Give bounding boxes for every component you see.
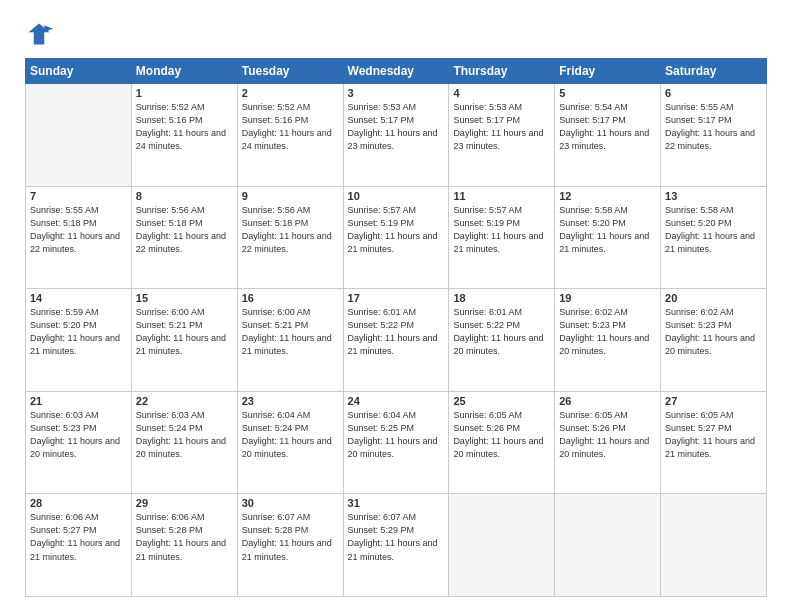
day-detail: Sunrise: 5:52 AM Sunset: 5:16 PM Dayligh… bbox=[136, 101, 233, 153]
day-number: 13 bbox=[665, 190, 762, 202]
calendar-cell: 11Sunrise: 5:57 AM Sunset: 5:19 PM Dayli… bbox=[449, 186, 555, 289]
day-number: 6 bbox=[665, 87, 762, 99]
day-detail: Sunrise: 6:00 AM Sunset: 5:21 PM Dayligh… bbox=[136, 306, 233, 358]
day-number: 19 bbox=[559, 292, 656, 304]
day-number: 11 bbox=[453, 190, 550, 202]
day-detail: Sunrise: 6:06 AM Sunset: 5:28 PM Dayligh… bbox=[136, 511, 233, 563]
weekday-header-sunday: Sunday bbox=[26, 59, 132, 84]
day-number: 8 bbox=[136, 190, 233, 202]
calendar-cell: 23Sunrise: 6:04 AM Sunset: 5:24 PM Dayli… bbox=[237, 391, 343, 494]
calendar-cell: 16Sunrise: 6:00 AM Sunset: 5:21 PM Dayli… bbox=[237, 289, 343, 392]
calendar-cell: 9Sunrise: 5:56 AM Sunset: 5:18 PM Daylig… bbox=[237, 186, 343, 289]
calendar-cell: 14Sunrise: 5:59 AM Sunset: 5:20 PM Dayli… bbox=[26, 289, 132, 392]
calendar-cell: 12Sunrise: 5:58 AM Sunset: 5:20 PM Dayli… bbox=[555, 186, 661, 289]
calendar-cell: 19Sunrise: 6:02 AM Sunset: 5:23 PM Dayli… bbox=[555, 289, 661, 392]
day-detail: Sunrise: 6:05 AM Sunset: 5:26 PM Dayligh… bbox=[559, 409, 656, 461]
day-detail: Sunrise: 5:53 AM Sunset: 5:17 PM Dayligh… bbox=[348, 101, 445, 153]
day-number: 5 bbox=[559, 87, 656, 99]
day-detail: Sunrise: 6:05 AM Sunset: 5:27 PM Dayligh… bbox=[665, 409, 762, 461]
day-number: 14 bbox=[30, 292, 127, 304]
day-detail: Sunrise: 6:03 AM Sunset: 5:24 PM Dayligh… bbox=[136, 409, 233, 461]
weekday-header-row: SundayMondayTuesdayWednesdayThursdayFrid… bbox=[26, 59, 767, 84]
calendar-cell: 30Sunrise: 6:07 AM Sunset: 5:28 PM Dayli… bbox=[237, 494, 343, 597]
calendar-week-5: 28Sunrise: 6:06 AM Sunset: 5:27 PM Dayli… bbox=[26, 494, 767, 597]
calendar-cell: 28Sunrise: 6:06 AM Sunset: 5:27 PM Dayli… bbox=[26, 494, 132, 597]
day-number: 25 bbox=[453, 395, 550, 407]
day-number: 26 bbox=[559, 395, 656, 407]
calendar-cell: 15Sunrise: 6:00 AM Sunset: 5:21 PM Dayli… bbox=[131, 289, 237, 392]
logo-icon bbox=[25, 20, 53, 48]
day-detail: Sunrise: 5:56 AM Sunset: 5:18 PM Dayligh… bbox=[242, 204, 339, 256]
calendar-cell: 22Sunrise: 6:03 AM Sunset: 5:24 PM Dayli… bbox=[131, 391, 237, 494]
page: SundayMondayTuesdayWednesdayThursdayFrid… bbox=[0, 0, 792, 612]
calendar-week-1: 1Sunrise: 5:52 AM Sunset: 5:16 PM Daylig… bbox=[26, 84, 767, 187]
day-detail: Sunrise: 6:07 AM Sunset: 5:29 PM Dayligh… bbox=[348, 511, 445, 563]
day-number: 30 bbox=[242, 497, 339, 509]
day-detail: Sunrise: 5:59 AM Sunset: 5:20 PM Dayligh… bbox=[30, 306, 127, 358]
calendar-cell: 2Sunrise: 5:52 AM Sunset: 5:16 PM Daylig… bbox=[237, 84, 343, 187]
calendar-cell: 4Sunrise: 5:53 AM Sunset: 5:17 PM Daylig… bbox=[449, 84, 555, 187]
weekday-header-friday: Friday bbox=[555, 59, 661, 84]
day-number: 27 bbox=[665, 395, 762, 407]
day-number: 15 bbox=[136, 292, 233, 304]
day-number: 31 bbox=[348, 497, 445, 509]
calendar-cell: 8Sunrise: 5:56 AM Sunset: 5:18 PM Daylig… bbox=[131, 186, 237, 289]
day-detail: Sunrise: 6:04 AM Sunset: 5:24 PM Dayligh… bbox=[242, 409, 339, 461]
logo bbox=[25, 20, 57, 48]
weekday-header-thursday: Thursday bbox=[449, 59, 555, 84]
day-number: 12 bbox=[559, 190, 656, 202]
day-number: 23 bbox=[242, 395, 339, 407]
day-number: 17 bbox=[348, 292, 445, 304]
day-number: 20 bbox=[665, 292, 762, 304]
day-number: 29 bbox=[136, 497, 233, 509]
calendar-cell: 7Sunrise: 5:55 AM Sunset: 5:18 PM Daylig… bbox=[26, 186, 132, 289]
calendar-week-4: 21Sunrise: 6:03 AM Sunset: 5:23 PM Dayli… bbox=[26, 391, 767, 494]
calendar-cell: 31Sunrise: 6:07 AM Sunset: 5:29 PM Dayli… bbox=[343, 494, 449, 597]
calendar-cell bbox=[661, 494, 767, 597]
calendar-week-2: 7Sunrise: 5:55 AM Sunset: 5:18 PM Daylig… bbox=[26, 186, 767, 289]
day-detail: Sunrise: 5:53 AM Sunset: 5:17 PM Dayligh… bbox=[453, 101, 550, 153]
day-detail: Sunrise: 5:55 AM Sunset: 5:18 PM Dayligh… bbox=[30, 204, 127, 256]
day-detail: Sunrise: 5:57 AM Sunset: 5:19 PM Dayligh… bbox=[348, 204, 445, 256]
calendar-cell: 3Sunrise: 5:53 AM Sunset: 5:17 PM Daylig… bbox=[343, 84, 449, 187]
weekday-header-tuesday: Tuesday bbox=[237, 59, 343, 84]
svg-marker-2 bbox=[44, 25, 53, 32]
calendar-cell bbox=[26, 84, 132, 187]
calendar-cell: 5Sunrise: 5:54 AM Sunset: 5:17 PM Daylig… bbox=[555, 84, 661, 187]
day-number: 21 bbox=[30, 395, 127, 407]
day-detail: Sunrise: 6:01 AM Sunset: 5:22 PM Dayligh… bbox=[453, 306, 550, 358]
day-detail: Sunrise: 5:58 AM Sunset: 5:20 PM Dayligh… bbox=[665, 204, 762, 256]
day-detail: Sunrise: 6:02 AM Sunset: 5:23 PM Dayligh… bbox=[559, 306, 656, 358]
weekday-header-wednesday: Wednesday bbox=[343, 59, 449, 84]
day-detail: Sunrise: 5:56 AM Sunset: 5:18 PM Dayligh… bbox=[136, 204, 233, 256]
day-detail: Sunrise: 6:07 AM Sunset: 5:28 PM Dayligh… bbox=[242, 511, 339, 563]
calendar-cell: 13Sunrise: 5:58 AM Sunset: 5:20 PM Dayli… bbox=[661, 186, 767, 289]
day-number: 4 bbox=[453, 87, 550, 99]
calendar-cell: 21Sunrise: 6:03 AM Sunset: 5:23 PM Dayli… bbox=[26, 391, 132, 494]
day-detail: Sunrise: 6:01 AM Sunset: 5:22 PM Dayligh… bbox=[348, 306, 445, 358]
day-detail: Sunrise: 5:58 AM Sunset: 5:20 PM Dayligh… bbox=[559, 204, 656, 256]
calendar-cell: 25Sunrise: 6:05 AM Sunset: 5:26 PM Dayli… bbox=[449, 391, 555, 494]
weekday-header-monday: Monday bbox=[131, 59, 237, 84]
calendar-cell: 27Sunrise: 6:05 AM Sunset: 5:27 PM Dayli… bbox=[661, 391, 767, 494]
day-number: 2 bbox=[242, 87, 339, 99]
day-number: 9 bbox=[242, 190, 339, 202]
header bbox=[25, 20, 767, 48]
calendar-cell bbox=[555, 494, 661, 597]
calendar-week-3: 14Sunrise: 5:59 AM Sunset: 5:20 PM Dayli… bbox=[26, 289, 767, 392]
calendar-cell: 6Sunrise: 5:55 AM Sunset: 5:17 PM Daylig… bbox=[661, 84, 767, 187]
day-detail: Sunrise: 6:03 AM Sunset: 5:23 PM Dayligh… bbox=[30, 409, 127, 461]
calendar-cell: 24Sunrise: 6:04 AM Sunset: 5:25 PM Dayli… bbox=[343, 391, 449, 494]
day-detail: Sunrise: 6:05 AM Sunset: 5:26 PM Dayligh… bbox=[453, 409, 550, 461]
day-number: 7 bbox=[30, 190, 127, 202]
day-number: 1 bbox=[136, 87, 233, 99]
day-number: 3 bbox=[348, 87, 445, 99]
day-detail: Sunrise: 6:00 AM Sunset: 5:21 PM Dayligh… bbox=[242, 306, 339, 358]
calendar-cell: 1Sunrise: 5:52 AM Sunset: 5:16 PM Daylig… bbox=[131, 84, 237, 187]
calendar-cell: 29Sunrise: 6:06 AM Sunset: 5:28 PM Dayli… bbox=[131, 494, 237, 597]
calendar-table: SundayMondayTuesdayWednesdayThursdayFrid… bbox=[25, 58, 767, 597]
day-number: 22 bbox=[136, 395, 233, 407]
calendar-cell: 17Sunrise: 6:01 AM Sunset: 5:22 PM Dayli… bbox=[343, 289, 449, 392]
day-number: 10 bbox=[348, 190, 445, 202]
calendar-cell: 10Sunrise: 5:57 AM Sunset: 5:19 PM Dayli… bbox=[343, 186, 449, 289]
